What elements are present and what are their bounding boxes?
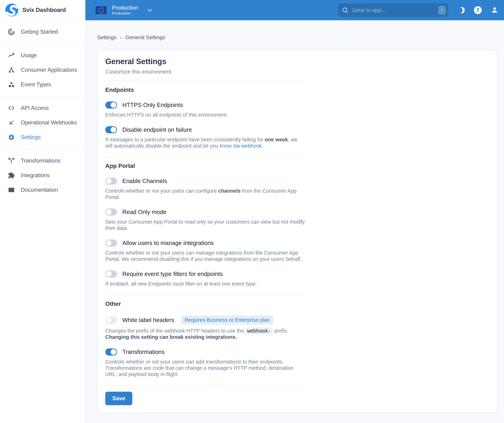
breadcrumb-settings[interactable]: Settings [97,34,116,40]
brand: Svix Dashboard [0,0,85,20]
sidebar-item-transformations[interactable]: Transformations [0,153,85,168]
sidebar-item-label: Transformations [21,158,60,164]
setting-label: Disable endpoint on failure [122,126,192,133]
setting-require-event-type-filters-for-endpoints: Require event type filters for endpoints… [105,270,489,287]
setting-row: HTTPS Only Endpoints [105,101,489,109]
sidebar-nav: Getting StartedUsageConsumer Application… [0,20,85,202]
setting-description: Changes the prefix of the webhook HTTP h… [105,328,305,340]
description-text: Controls whether or not your users can m… [105,250,302,262]
search-input[interactable] [352,7,435,13]
setting-row: Enable Channels [105,178,489,185]
toggle-knob [106,240,112,246]
section-other: OtherWhite label headersRequires Busines… [105,294,489,377]
topbar-actions: / ? [338,3,499,17]
sidebar-item-label: Getting Started [21,29,58,35]
toggle-knob [111,102,116,108]
sidebar-item-consumer-applications[interactable]: Consumer Applications [0,63,85,77]
description-text: . [262,143,263,149]
toggle-knob [106,178,112,184]
search-icon [342,7,348,13]
section-heading: Other [105,300,489,307]
description-text: Changes the prefix of the webhook HTTP h… [105,328,246,334]
https-only-endpoints-toggle[interactable] [105,101,117,109]
plan-requirement-badge: Requires Business or Enterprise plan [181,315,273,325]
getting-started-icon [8,28,15,35]
sidebar-item-settings[interactable]: Settings [0,130,85,145]
allow-users-to-manage-integrations-toggle[interactable] [105,239,117,247]
moon-icon [457,6,465,14]
dark-mode-button[interactable] [457,6,466,15]
settings-sections: EndpointsHTTPS Only EndpointsEnforces HT… [105,80,489,377]
transformations-toggle[interactable] [105,348,117,356]
sidebar-item-label: Documentation [21,187,58,193]
description-text: prefix. [273,328,288,334]
sidebar-group: Getting Started [0,20,85,44]
setting-label: Allow users to manage integrations [122,240,214,246]
section-app-portal: App PortalEnable ChannelsControls whethe… [105,156,489,287]
save-divider [105,385,305,386]
setting-label: White label headers [122,317,174,324]
main-content: Settings › General Settings General Sett… [85,20,504,423]
toggle-knob [111,127,116,133]
sidebar-item-event-types[interactable]: Event Types [0,77,85,92]
description-text: If enabled, all new Endpoints must filte… [105,281,257,287]
setting-row: White label headersRequires Business or … [105,315,489,325]
description-bold-text: Changing this setting can break existing… [105,334,237,340]
sidebar-item-integrations[interactable]: Integrations [0,168,85,183]
setting-allow-users-to-manage-integrations: Allow users to manage integrationsContro… [105,239,489,262]
sidebar-item-operational-webhooks[interactable]: Operational Webhooks [0,115,85,130]
sidebar-item-documentation[interactable]: Documentation [0,183,85,197]
toggle-knob [106,209,112,215]
topbar: Production Production / [85,0,504,20]
general-settings-card: General Settings Customize this environm… [97,50,497,413]
save-button[interactable]: Save [105,392,132,405]
user-menu-button[interactable] [490,6,499,15]
toggle-knob [106,317,112,323]
settings-icon [8,134,15,141]
environment-subname: Production [112,11,138,15]
sidebar-item-api-access[interactable]: API Access [0,101,85,115]
setting-https-only-endpoints: HTTPS Only EndpointsEnforces HTTPS on al… [105,101,489,118]
toggle-knob [111,349,116,355]
setting-description: Controls whether or not your users can m… [105,250,305,262]
setting-row: Allow users to manage integrations [105,239,489,247]
setting-description: Controls whether or not your users can c… [105,188,305,200]
description-bold-text: one week [265,137,288,142]
sidebar-group: TransformationsIntegrationsDocumentation [0,149,85,202]
setting-label: Enable Channels [122,178,167,184]
description-text: Controls whether or not your users can c… [105,188,218,194]
sidebar-group: UsageConsumer ApplicationsEvent Types [0,44,85,97]
sidebar-group: API AccessOperational WebhooksSettings [0,97,85,149]
disable-endpoint-on-failure-toggle[interactable] [105,126,117,133]
breadcrumb-general-settings: General Settings [125,34,165,40]
setting-label: Require event type filters for endpoints [122,271,223,277]
setting-read-only-mode: Read Only modeSets your Consumer App Por… [105,208,489,231]
search-box[interactable]: / [338,3,448,17]
setting-label: Read Only mode [122,209,167,215]
breadcrumb-separator-icon: › [120,34,122,41]
transformations-icon [8,157,15,164]
documentation-icon [8,186,15,194]
require-event-type-filters-for-endpoints-toggle[interactable] [105,270,117,277]
sidebar-item-label: Usage [21,52,37,59]
enable-channels-toggle[interactable] [105,178,117,185]
read-only-mode-toggle[interactable] [105,208,117,216]
sidebar-item-label: Consumer Applications [21,67,77,73]
brand-title: Svix Dashboard [22,6,66,13]
sidebar-item-usage[interactable]: Usage [0,48,85,63]
setting-row: Transformations [105,348,489,356]
page-title: General Settings [105,57,489,66]
setting-transformations: TransformationsControls whether or not y… [105,348,489,377]
api-access-icon [8,104,15,112]
sidebar-item-getting-started[interactable]: Getting Started [0,25,85,39]
setting-enable-channels: Enable ChannelsControls whether or not y… [105,178,489,200]
via-webhook-link[interactable]: via webhook [233,143,262,149]
consumer-applications-icon [8,66,15,74]
setting-description: If enabled, all new Endpoints must filte… [105,281,305,287]
environment-selector[interactable]: Production Production [96,5,153,15]
setting-row: Disable endpoint on failure [105,126,489,133]
description-text: If messages to a particular endpoint hav… [105,137,265,142]
white-label-headers-toggle[interactable] [105,317,117,324]
section-divider [105,294,305,295]
help-button[interactable]: ? [474,6,482,15]
